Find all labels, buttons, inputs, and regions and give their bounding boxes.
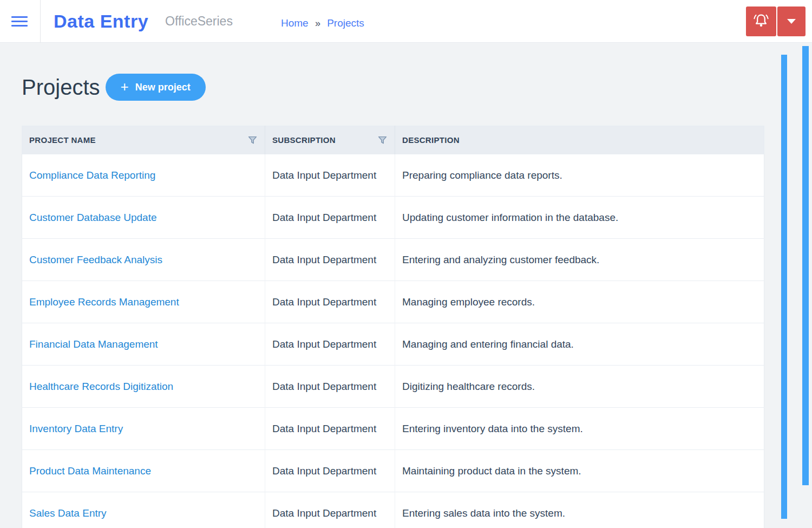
table-row: Product Data Maintenance Data Input Depa… xyxy=(22,450,764,492)
description-cell: Entering and analyzing customer feedback… xyxy=(395,239,764,281)
table-row: Healthcare Records Digitization Data Inp… xyxy=(22,366,764,408)
table-row: Employee Records Management Data Input D… xyxy=(22,281,764,323)
content-scrollbar-thumb[interactable] xyxy=(781,55,787,519)
table-row: Compliance Data Reporting Data Input Dep… xyxy=(22,154,764,197)
project-name-cell: Compliance Data Reporting xyxy=(22,154,265,197)
description-cell: Maintaining product data in the system. xyxy=(395,450,764,492)
subscription-cell: Data Input Department xyxy=(265,154,395,197)
project-link[interactable]: Product Data Maintenance xyxy=(29,465,151,477)
description-cell: Managing and entering financial data. xyxy=(395,323,764,366)
notifications-button[interactable] xyxy=(746,6,776,36)
project-name-cell: Healthcare Records Digitization xyxy=(22,366,265,408)
description-cell: Entering inventory data into the system. xyxy=(395,408,764,450)
table-header-row: PROJECT NAME SUBSCRIPTION DESCRIPTION xyxy=(22,126,764,154)
project-name-cell: Sales Data Entry xyxy=(22,492,265,528)
page-header: Projects + New project xyxy=(22,73,206,101)
description-cell: Entering sales data into the system. xyxy=(395,492,764,528)
project-link[interactable]: Financial Data Management xyxy=(29,338,158,350)
column-header-description: DESCRIPTION xyxy=(395,126,764,154)
subscription-cell: Data Input Department xyxy=(265,323,395,366)
project-name-cell: Employee Records Management xyxy=(22,281,265,323)
breadcrumb-current-link[interactable]: Projects xyxy=(327,17,364,29)
header-divider xyxy=(40,0,41,43)
project-link[interactable]: Compliance Data Reporting xyxy=(29,170,155,181)
new-project-label: New project xyxy=(135,82,191,93)
header-actions xyxy=(746,6,806,36)
project-link[interactable]: Inventory Data Entry xyxy=(29,423,123,434)
subscription-cell: Data Input Department xyxy=(265,281,395,323)
project-link[interactable]: Healthcare Records Digitization xyxy=(29,381,173,392)
caret-down-icon xyxy=(787,19,796,24)
page-scrollbar-thumb[interactable] xyxy=(802,46,809,485)
new-project-button[interactable]: + New project xyxy=(106,74,206,101)
description-cell: Digitizing healthcare records. xyxy=(395,366,764,408)
breadcrumb-separator: » xyxy=(315,18,320,29)
table-row: Sales Data Entry Data Input Department E… xyxy=(22,492,764,528)
description-cell: Updating customer information in the dat… xyxy=(395,197,764,239)
filter-icon[interactable] xyxy=(247,134,258,146)
subscription-cell: Data Input Department xyxy=(265,408,395,450)
table-row: Customer Database Update Data Input Depa… xyxy=(22,197,764,239)
column-label: DESCRIPTION xyxy=(402,135,460,145)
project-name-cell: Customer Database Update xyxy=(22,197,265,239)
column-label: SUBSCRIPTION xyxy=(272,135,336,145)
subscription-cell: Data Input Department xyxy=(265,197,395,239)
breadcrumb: Home » Projects xyxy=(281,13,364,29)
project-link[interactable]: Customer Feedback Analysis xyxy=(29,254,162,265)
subscription-cell: Data Input Department xyxy=(265,366,395,408)
table-row: Customer Feedback Analysis Data Input De… xyxy=(22,239,764,281)
subscription-cell: Data Input Department xyxy=(265,492,395,528)
project-name-cell: Product Data Maintenance xyxy=(22,450,265,492)
project-name-cell: Financial Data Management xyxy=(22,323,265,366)
description-cell: Managing employee records. xyxy=(395,281,764,323)
column-header-subscription: SUBSCRIPTION xyxy=(265,126,395,154)
filter-icon[interactable] xyxy=(377,134,388,146)
project-name-cell: Customer Feedback Analysis xyxy=(22,239,265,281)
project-link[interactable]: Employee Records Management xyxy=(29,296,179,308)
description-cell: Preparing compliance data reports. xyxy=(395,154,764,197)
column-label: PROJECT NAME xyxy=(29,135,96,145)
project-link[interactable]: Customer Database Update xyxy=(29,212,157,223)
bell-icon xyxy=(752,12,770,30)
projects-table: PROJECT NAME SUBSCRIPTION DESCRIPTION xyxy=(22,126,764,528)
subscription-cell: Data Input Department xyxy=(265,450,395,492)
suite-name: OfficeSeries xyxy=(165,14,233,29)
projects-table-body: Compliance Data Reporting Data Input Dep… xyxy=(22,154,764,528)
app-title[interactable]: Data Entry xyxy=(54,11,148,32)
breadcrumb-home-link[interactable]: Home xyxy=(281,17,309,29)
plus-icon: + xyxy=(121,80,129,95)
project-name-cell: Inventory Data Entry xyxy=(22,408,265,450)
project-link[interactable]: Sales Data Entry xyxy=(29,507,107,519)
table-row: Financial Data Management Data Input Dep… xyxy=(22,323,764,366)
table-row: Inventory Data Entry Data Input Departme… xyxy=(22,408,764,450)
subscription-cell: Data Input Department xyxy=(265,239,395,281)
user-menu-button[interactable] xyxy=(777,6,806,36)
page-title: Projects xyxy=(22,75,100,100)
menu-toggle-button[interactable] xyxy=(11,10,31,32)
column-header-project-name: PROJECT NAME xyxy=(22,126,265,154)
top-bar: Data Entry OfficeSeries Home » Projects xyxy=(0,0,812,43)
